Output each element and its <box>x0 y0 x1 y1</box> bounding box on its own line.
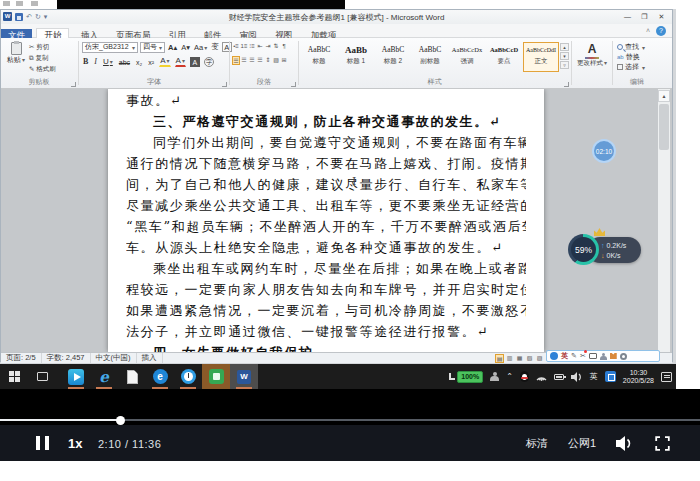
qq-icon[interactable] <box>520 371 529 382</box>
doc-line[interactable]: 车。从源头上杜绝安全隐患，避免各种交通事故的发生。↵ <box>126 239 526 260</box>
select-button[interactable]: 选择 <box>617 62 645 72</box>
cut-button[interactable]: ✂ 剪切 <box>29 41 56 52</box>
change-case-button[interactable]: Aa <box>193 42 208 53</box>
font-dialog-launcher[interactable] <box>222 82 227 87</box>
print-layout-view-icon[interactable]: ▤ <box>495 354 504 363</box>
fullscreen-reading-view-icon[interactable]: ▥ <box>505 354 514 363</box>
decrease-indent-icon[interactable]: ⇤ <box>256 42 264 51</box>
taskbar-edge-browser[interactable]: e <box>146 364 174 389</box>
ime-account-icon[interactable] <box>600 353 607 360</box>
playback-speed[interactable]: 1x <box>68 436 82 451</box>
grow-font-button[interactable]: A▴ <box>167 42 178 53</box>
align-center-icon[interactable]: ☰ <box>248 56 256 65</box>
doc-line[interactable]: 通行的情况下随意横穿马路，不要在马路上嬉戏、打闹。疫情期 <box>126 155 526 176</box>
ime-pen-icon[interactable]: ✎ <box>571 351 577 361</box>
multilevel-list-icon[interactable]: ⁝≡ <box>248 42 256 51</box>
style-item-heading2[interactable]: AaBbC 标题 2 <box>375 42 411 72</box>
show-marks-icon[interactable]: ¶ <box>280 42 288 51</box>
replace-button[interactable]: ab替换 <box>617 52 645 62</box>
pause-button[interactable] <box>36 436 49 450</box>
format-painter-button[interactable]: ✎ 格式刷 <box>29 63 56 74</box>
network-speed-widget[interactable]: ↑0.2K/s ↓0K/s 59% <box>568 230 642 266</box>
find-button[interactable]: 查找 <box>617 42 645 52</box>
minimize-button[interactable] <box>619 11 636 22</box>
wifi-icon[interactable] <box>536 373 547 381</box>
battery-percent-widget[interactable]: 100% <box>449 371 483 383</box>
ribbon-collapse-icon[interactable]: ˄ <box>646 27 650 34</box>
superscript-button[interactable]: x² <box>147 58 155 67</box>
style-item-normal-selected[interactable]: AaBbCcDdI 正文 <box>523 42 559 72</box>
doc-line[interactable]: 同学们外出期间，要自觉遵守交通规则，不要在路面有车辆 <box>126 134 526 155</box>
underline-button[interactable]: U <box>102 56 114 67</box>
strikethrough-button[interactable]: abc <box>118 58 131 67</box>
ime-skin-icon[interactable] <box>610 353 617 359</box>
battery-icon[interactable] <box>554 374 564 380</box>
styles-more-icon[interactable]: ▿ <box>560 61 569 69</box>
fullscreen-icon[interactable] <box>655 436 670 451</box>
align-right-icon[interactable]: ☰ <box>256 56 264 65</box>
style-item-subtitle[interactable]: AaBbC 副标题 <box>412 42 448 72</box>
speaker-icon[interactable] <box>571 372 583 382</box>
tray-clock[interactable]: 10:30 2020/5/28 <box>623 369 654 385</box>
help-icon[interactable]: ? <box>656 26 666 36</box>
seek-handle[interactable] <box>116 416 125 425</box>
style-item-heading1[interactable]: AaBb 标题 1 <box>338 42 374 72</box>
bullets-icon[interactable]: •≡ <box>232 42 240 51</box>
close-button[interactable] <box>653 11 670 22</box>
numbering-icon[interactable]: 1≡ <box>240 42 248 51</box>
font-size-select[interactable]: 四号 <box>140 42 165 53</box>
status-insert-mode[interactable]: 插入 <box>137 353 163 363</box>
highlight-color-button[interactable]: A <box>159 55 170 67</box>
quality-button[interactable]: 标清 <box>526 436 548 451</box>
taskbar-word-active[interactable]: W <box>230 364 258 389</box>
vertical-scrollbar[interactable]: ▲ <box>658 89 670 352</box>
styles-scroll-up-icon[interactable]: ▴ <box>560 43 569 51</box>
line-spacing-icon[interactable]: ⇕ <box>264 56 272 65</box>
draft-view-icon[interactable]: ▨ <box>535 354 544 363</box>
doc-line[interactable]: 程较远，一定要向家人朋友告知去向和车牌号，并开启实时定位； <box>126 281 526 302</box>
change-styles-button[interactable]: A 更改样式 <box>573 38 611 88</box>
status-language[interactable]: 中文(中国) <box>91 353 137 363</box>
doc-line[interactable]: 三、严格遵守交通规则，防止各种交通事故的发生。↵ <box>126 113 526 134</box>
document-page[interactable]: 事故。↵ 三、严格遵守交通规则，防止各种交通事故的发生。↵ 同学们外出期间，要自… <box>108 89 544 352</box>
start-button[interactable] <box>0 364 28 389</box>
doc-line[interactable]: 尽量减少乘坐公共交通工具、出租车等，更不要乘坐无证经营的 <box>126 197 526 218</box>
bold-button[interactable]: B <box>82 56 89 67</box>
paragraph-dialog-launcher[interactable] <box>291 82 296 87</box>
doc-line[interactable]: “黑车”和超员车辆；不坐醉酒人开的车，千万不要醉酒或酒后驾 <box>126 218 526 239</box>
taskbar-clock-app[interactable] <box>174 364 202 389</box>
align-justify-icon[interactable]: ☰ <box>232 56 240 65</box>
doc-line[interactable]: 间，为了自己和他人的健康，建议尽量步行、自行车、私家车等， <box>126 176 526 197</box>
scroll-up-icon[interactable]: ▲ <box>658 90 670 102</box>
taskbar-recorder-app-active[interactable] <box>202 364 230 389</box>
shading-icon[interactable]: ▨ <box>272 56 280 65</box>
styles-dialog-launcher[interactable] <box>564 82 569 87</box>
maximize-button[interactable] <box>636 11 653 22</box>
task-view-button[interactable] <box>28 364 56 389</box>
copy-button[interactable]: ⧉ 复制 <box>29 52 56 63</box>
recording-timer-badge[interactable]: 02:10 <box>592 139 616 163</box>
ime-mode-indicator[interactable]: 英 <box>561 351 568 361</box>
subscript-button[interactable]: x₂ <box>135 58 143 67</box>
ime-logo-icon[interactable] <box>550 352 558 360</box>
outline-view-icon[interactable]: ▧ <box>525 354 534 363</box>
hidden-icons-chevron[interactable]: ⌃ <box>506 372 513 381</box>
phonetic-guide-button[interactable]: 变 <box>210 41 220 53</box>
doc-line[interactable]: 事故。↵ <box>126 92 526 113</box>
ime-keyboard-icon[interactable] <box>589 353 597 359</box>
style-item-emphasis[interactable]: AaBbCcDx 强调 <box>449 42 485 72</box>
status-page[interactable]: 页面: 2/5 <box>1 353 42 363</box>
action-center-icon[interactable] <box>661 372 672 382</box>
character-shading-button[interactable]: A <box>190 57 200 67</box>
people-icon[interactable] <box>490 372 499 381</box>
italic-button[interactable]: I <box>93 56 98 67</box>
taskbar-video-player[interactable] <box>62 364 90 389</box>
doc-line[interactable]: 法分子，并立即通过微信、一键报警等途径进行报警。↵ <box>126 323 526 344</box>
ime-settings-icon[interactable] <box>620 353 627 360</box>
borders-icon[interactable]: ⊞ <box>280 56 288 65</box>
align-left-icon[interactable]: ☰ <box>240 56 248 65</box>
tray-ime-indicator[interactable]: 英 <box>590 371 598 382</box>
taskbar-internet-explorer[interactable]: e <box>90 364 118 389</box>
volume-icon[interactable] <box>616 436 635 451</box>
font-name-select[interactable]: 仿宋_GB2312 <box>82 42 138 53</box>
